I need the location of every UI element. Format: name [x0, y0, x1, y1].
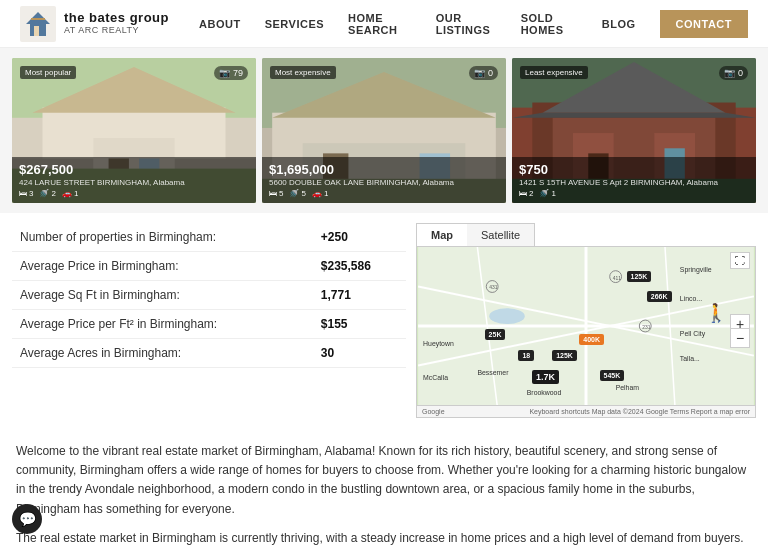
card-1-badge: Most popular	[20, 66, 76, 79]
svg-text:Brookwood: Brookwood	[527, 389, 562, 396]
svg-text:Linco...: Linco...	[680, 295, 702, 302]
svg-text:Pelham: Pelham	[616, 384, 640, 391]
street-view-icon: 🚶	[705, 302, 727, 324]
svg-text:231: 231	[642, 325, 650, 330]
main-nav: ABOUT SERVICES HOME SEARCH OUR LISTINGS …	[199, 10, 748, 38]
nav-blog[interactable]: BLOG	[602, 18, 636, 30]
header: the bates group AT ARC REALTY ABOUT SERV…	[0, 0, 768, 48]
stats-row: Average Price in Birmingham:$235,586	[12, 252, 406, 281]
svg-text:Hueytown: Hueytown	[423, 340, 454, 348]
stats-map-section: Number of properties in Birmingham:+250A…	[0, 213, 768, 428]
map-pin-266k: 266K	[647, 291, 672, 302]
card-1-features: 🛏 3 🚿 2 🚗 1	[19, 189, 249, 198]
stats-row: Number of properties in Birmingham:+250	[12, 223, 406, 252]
map-pin-545k: 545K	[600, 370, 625, 381]
card-2-info: $1,695,000 5600 DOUBLE OAK LANE BIRMINGH…	[262, 157, 506, 203]
nav-home-search[interactable]: HOME SEARCH	[348, 12, 412, 36]
svg-text:Bessemer: Bessemer	[477, 369, 509, 376]
stats-value: $155	[313, 310, 406, 339]
card-1[interactable]: Most popular 📷79 $267,500 424 LARUE STRE…	[12, 58, 256, 203]
stats-value: $235,586	[313, 252, 406, 281]
map-pin-125k: 125K	[627, 271, 652, 282]
card-2-counter: 📷0	[469, 66, 498, 80]
map-pin-17k: 1.7K	[532, 370, 559, 384]
stats-table: Number of properties in Birmingham:+250A…	[12, 223, 406, 418]
chat-bubble-button[interactable]: 💬	[12, 504, 42, 534]
description-para-1: Welcome to the vibrant real estate marke…	[16, 442, 752, 519]
card-3-info: $750 1421 S 15TH AVENUE S Apt 2 BIRMINGH…	[512, 157, 756, 203]
card-3-image: Least expensive 📷0 $750 1421 S 15TH AVEN…	[512, 58, 756, 203]
map-expand-button[interactable]: ⛶	[730, 252, 750, 269]
stats-row: Average Sq Ft in Birmingham:1,771	[12, 281, 406, 310]
svg-rect-2	[34, 26, 39, 36]
card-2-address: 5600 DOUBLE OAK LANE BIRMINGHAM, Alabama	[269, 178, 499, 187]
stats-row: Average Price per Ft² in Birmingham:$155	[12, 310, 406, 339]
nav-about[interactable]: ABOUT	[199, 18, 241, 30]
card-2-badge: Most expensive	[270, 66, 336, 79]
svg-text:Talla...: Talla...	[680, 355, 700, 362]
stats-label: Average Price in Birmingham:	[12, 252, 313, 281]
map-footer-google: Google	[422, 408, 445, 415]
card-2[interactable]: Most expensive 📷0 $1,695,000 5600 DOUBLE…	[262, 58, 506, 203]
card-2-features: 🛏 5 🚿 5 🚗 1	[269, 189, 499, 198]
map-tab-map[interactable]: Map	[417, 224, 467, 246]
card-2-price: $1,695,000	[269, 162, 499, 177]
map-pin-125k-2: 125K	[552, 350, 577, 361]
nav-sold-homes[interactable]: SOLD HOMES	[521, 12, 578, 36]
logo-icon	[20, 6, 56, 42]
nav-our-listings[interactable]: OUR LISTINGS	[436, 12, 497, 36]
card-3-address: 1421 S 15TH AVENUE S Apt 2 BIRMINGHAM, A…	[519, 178, 749, 187]
stats-label: Number of properties in Birmingham:	[12, 223, 313, 252]
stats-value: 30	[313, 339, 406, 368]
stats-value: +250	[313, 223, 406, 252]
map-container: Map Satellite Hueytown Bessemer McCalla	[416, 223, 756, 418]
contact-button[interactable]: CONTACT	[660, 10, 748, 38]
map-tab-satellite[interactable]: Satellite	[467, 224, 534, 246]
card-1-image: Most popular 📷79 $267,500 424 LARUE STRE…	[12, 58, 256, 203]
stats-value: 1,771	[313, 281, 406, 310]
card-1-info: $267,500 424 LARUE STREET BIRMINGHAM, Al…	[12, 157, 256, 203]
card-3-badge: Least expensive	[520, 66, 588, 79]
map-area: Hueytown Bessemer McCalla Brookwood Pelh…	[416, 246, 756, 406]
svg-text:Springville: Springville	[680, 266, 712, 274]
svg-text:431: 431	[489, 285, 497, 290]
description-para-2: The real estate market in Birmingham is …	[16, 529, 752, 546]
card-3-counter: 📷0	[719, 66, 748, 80]
logo-sub-text: AT ARC REALTY	[64, 26, 169, 36]
svg-marker-32	[512, 113, 756, 118]
stats-label: Average Sq Ft in Birmingham:	[12, 281, 313, 310]
logo-main-text: the bates group	[64, 11, 169, 25]
map-pin-25k: 25K	[485, 329, 506, 340]
svg-point-40	[489, 308, 525, 324]
map-tabs: Map Satellite	[416, 223, 535, 246]
map-zoom-out-button[interactable]: −	[730, 328, 750, 348]
svg-rect-3	[31, 18, 45, 20]
map-footer: Google Keyboard shortcuts Map data ©2024…	[416, 406, 756, 418]
nav-services[interactable]: SERVICES	[265, 18, 324, 30]
card-1-address: 424 LARUE STREET BIRMINGHAM, Alabama	[19, 178, 249, 187]
card-2-image: Most expensive 📷0 $1,695,000 5600 DOUBLE…	[262, 58, 506, 203]
stats-label: Average Acres in Birmingham:	[12, 339, 313, 368]
map-pin-18: 18	[518, 350, 534, 361]
logo-text: the bates group AT ARC REALTY	[64, 11, 169, 35]
description-section: Welcome to the vibrant real estate marke…	[0, 428, 768, 546]
stats-row: Average Acres in Birmingham:30	[12, 339, 406, 368]
property-cards-row: Most popular 📷79 $267,500 424 LARUE STRE…	[0, 48, 768, 213]
logo: the bates group AT ARC REALTY	[20, 6, 169, 42]
svg-text:Pell City: Pell City	[680, 330, 706, 338]
card-3-features: 🛏 2 🚿 1	[519, 189, 749, 198]
card-3-price: $750	[519, 162, 749, 177]
svg-text:McCalla: McCalla	[423, 374, 448, 381]
map-footer-info: Keyboard shortcuts Map data ©2024 Google…	[529, 408, 750, 415]
map-pin-400k: 400K	[579, 334, 604, 345]
card-3[interactable]: Least expensive 📷0 $750 1421 S 15TH AVEN…	[512, 58, 756, 203]
stats-label: Average Price per Ft² in Birmingham:	[12, 310, 313, 339]
svg-text:411: 411	[613, 276, 621, 281]
card-1-counter: 📷79	[214, 66, 248, 80]
card-1-price: $267,500	[19, 162, 249, 177]
